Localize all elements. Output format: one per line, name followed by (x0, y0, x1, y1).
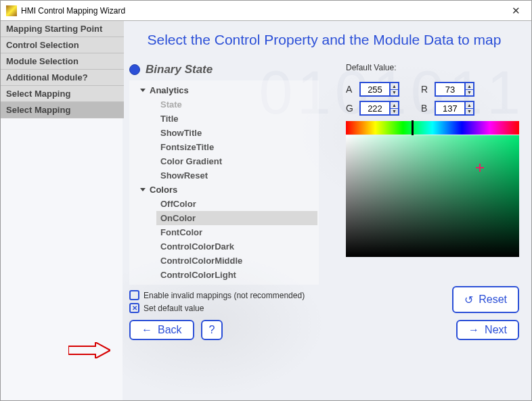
tree-item-showtitle[interactable]: ShowTitle (156, 126, 317, 140)
enable-invalid-mappings-label: Enable invalid mappings (not recommended… (143, 291, 305, 300)
tree-item-controlcolordark[interactable]: ControlColorDark (156, 239, 317, 254)
tree-group-analytics[interactable]: Analytics (137, 83, 317, 97)
green-stepper[interactable]: ▲▼ (359, 101, 399, 116)
selected-control-label: Binary State (146, 63, 213, 76)
sidebar-item-select-mapping-1[interactable]: Select Mapping (1, 86, 124, 102)
arrow-left-icon: ← (141, 324, 152, 336)
arrow-right-icon: → (468, 324, 479, 336)
sv-cursor-icon (476, 164, 484, 172)
set-default-value-label: Set default value (143, 304, 204, 313)
blue-stepper[interactable]: ▲▼ (435, 101, 474, 116)
sidebar-item-control-selection[interactable]: Control Selection (1, 37, 124, 53)
back-button[interactable]: ← Back (129, 320, 194, 340)
title-bar: HMI Control Mapping Wizard ✕ (1, 1, 531, 21)
checkbox-icon (129, 290, 139, 300)
tree-item-offcolor[interactable]: OffColor (156, 197, 317, 211)
app-icon (6, 5, 17, 16)
sidebar-item-mapping-start[interactable]: Mapping Starting Point (1, 21, 124, 37)
blue-down-icon[interactable]: ▼ (466, 109, 473, 115)
saturation-value-picker[interactable] (346, 135, 519, 257)
tree-item-controlcolormiddle[interactable]: ControlColorMiddle (156, 254, 317, 268)
page-title: Select the Control Property and the Modu… (129, 32, 519, 48)
green-input[interactable] (361, 102, 389, 114)
tree-item-fontsizetitle[interactable]: FontsizeTitle (156, 140, 317, 154)
tree-item-controlcolorlight[interactable]: ControlColorLight (156, 268, 317, 282)
back-button-label: Back (158, 324, 182, 336)
green-label: G (346, 103, 355, 114)
tree-item-showreset[interactable]: ShowReset (156, 168, 317, 183)
blue-label: B (421, 103, 430, 114)
wizard-steps-sidebar: Mapping Starting Point Control Selection… (1, 21, 124, 400)
green-up-icon[interactable]: ▲ (391, 102, 398, 109)
green-down-icon[interactable]: ▼ (391, 109, 398, 115)
binary-state-icon (129, 64, 140, 75)
tree-item-title[interactable]: Title (156, 112, 317, 126)
next-button[interactable]: → Next (456, 320, 519, 340)
tree-item-fontcolor[interactable]: FontColor (156, 225, 317, 239)
sidebar-item-additional-module[interactable]: Additional Module? (1, 70, 124, 86)
enable-invalid-mappings-checkbox[interactable]: Enable invalid mappings (not recommended… (129, 290, 452, 300)
set-default-value-checkbox[interactable]: ✕ Set default value (129, 303, 452, 313)
alpha-label: A (346, 84, 355, 95)
tree-group-colors[interactable]: Colors (137, 183, 317, 197)
red-label: R (421, 84, 430, 95)
red-down-icon[interactable]: ▼ (466, 90, 473, 96)
reset-button[interactable]: ↺ Reset (452, 286, 519, 313)
checkbox-checked-icon: ✕ (129, 303, 139, 313)
red-input[interactable] (436, 83, 464, 95)
tree-item-oncolor[interactable]: OnColor (156, 211, 317, 225)
alpha-up-icon[interactable]: ▲ (391, 83, 398, 90)
red-up-icon[interactable]: ▲ (466, 83, 473, 90)
property-tree: Analytics State Title ShowTitle Fontsize… (129, 80, 319, 285)
tree-item-state[interactable]: State (156, 97, 317, 112)
window-title: HMI Control Mapping Wizard (21, 6, 506, 16)
next-button-label: Next (485, 324, 507, 336)
hue-slider-thumb[interactable] (412, 120, 414, 135)
alpha-stepper[interactable]: ▲▼ (359, 82, 399, 97)
reset-button-label: Reset (479, 293, 507, 306)
sidebar-item-module-selection[interactable]: Module Selection (1, 53, 124, 70)
alpha-down-icon[interactable]: ▼ (391, 90, 398, 96)
help-button-label: ? (209, 324, 215, 336)
tree-item-colorgradient[interactable]: Color Gradient (156, 154, 317, 168)
red-stepper[interactable]: ▲▼ (435, 82, 474, 97)
selected-control-header: Binary State (129, 63, 332, 76)
sidebar-item-select-mapping-2[interactable]: Select Mapping (1, 102, 124, 118)
reset-icon: ↺ (464, 293, 473, 306)
alpha-input[interactable] (361, 83, 389, 95)
blue-input[interactable] (436, 102, 464, 114)
close-icon[interactable]: ✕ (506, 5, 526, 17)
hue-slider[interactable] (346, 121, 519, 135)
blue-up-icon[interactable]: ▲ (466, 102, 473, 109)
default-value-label: Default Value: (346, 63, 519, 72)
help-button[interactable]: ? (201, 320, 223, 340)
